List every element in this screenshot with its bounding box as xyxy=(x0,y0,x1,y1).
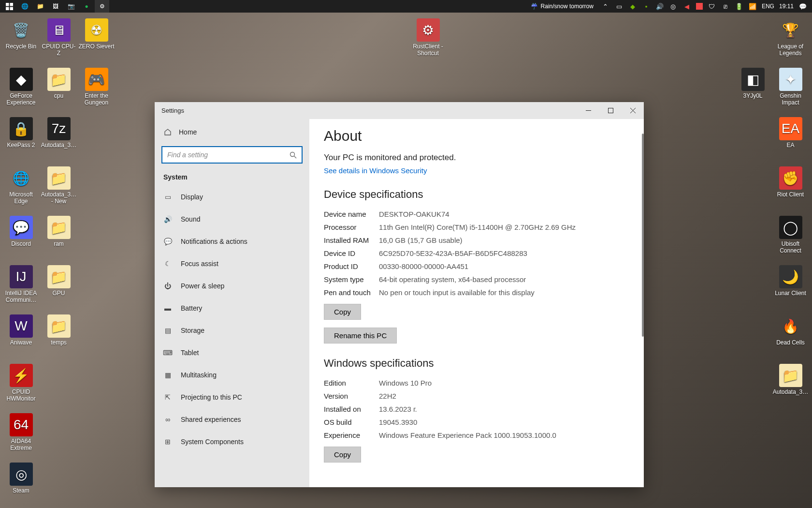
app-icon: 🔥 xyxy=(779,314,802,338)
nav-icon: ▭ xyxy=(163,193,172,201)
desktop-icon[interactable]: IJIntelliJ IDEA Communi… xyxy=(3,265,39,304)
nav-item-shared-experiences[interactable]: ∞Shared experiences xyxy=(155,408,309,431)
tray-icon[interactable]: ▭ xyxy=(615,2,624,11)
tray-clock[interactable]: 19:11 xyxy=(779,3,794,10)
rename-pc-button[interactable]: Rename this PC xyxy=(324,328,397,344)
desktop-icon-label: Recycle Bin xyxy=(3,44,39,50)
desktop-icon[interactable]: ✦Genshin Impact xyxy=(772,68,809,106)
desktop-icon[interactable]: 64AIDA64 Extreme xyxy=(3,413,39,452)
taskbar-app-icon[interactable]: 📷 xyxy=(64,0,78,13)
nav-label: Projecting to this PC xyxy=(181,393,242,401)
desktop-icon[interactable]: 🌐Microsoft Edge xyxy=(3,166,39,205)
nav-item-tablet[interactable]: ⌨Tablet xyxy=(155,342,309,364)
nav-item-battery[interactable]: ▬Battery xyxy=(155,297,309,319)
taskbar-edge-icon[interactable]: 🌐 xyxy=(17,0,32,13)
nav-item-sound[interactable]: 🔊Sound xyxy=(155,208,309,230)
spec-value: 22H2 xyxy=(379,392,629,400)
desktop-icon-label: Genshin Impact xyxy=(772,93,809,106)
desktop[interactable]: 🗑️Recycle Bin🖥CPUID CPU-Z☢ZERO Sievert◆G… xyxy=(0,13,812,508)
chevron-up-icon[interactable]: ⌃ xyxy=(601,2,610,11)
desktop-icon[interactable]: 🔒KeePass 2 xyxy=(3,117,39,149)
desktop-icon[interactable]: 🗑️Recycle Bin xyxy=(3,18,39,50)
spec-key: Processor xyxy=(324,223,379,231)
tray-icon[interactable]: ⎚ xyxy=(721,2,730,11)
security-link[interactable]: See details in Windows Security xyxy=(324,166,427,175)
search-box[interactable] xyxy=(161,146,303,164)
desktop-icon[interactable]: 📁ram xyxy=(41,216,77,248)
svg-point-8 xyxy=(290,152,295,156)
spec-key: Pen and touch xyxy=(324,288,379,297)
scrollbar[interactable] xyxy=(642,134,644,337)
desktop-icon-label: League of Legends xyxy=(772,44,809,57)
nav-item-system-components[interactable]: ⊞System Components xyxy=(155,431,309,453)
desktop-icon[interactable]: ✊Riot Client xyxy=(772,166,809,198)
nav-icon: ⌨ xyxy=(163,348,172,357)
desktop-icon[interactable]: ◯Ubisoft Connect xyxy=(772,216,809,254)
tray-steam-icon[interactable]: ◎ xyxy=(669,2,678,11)
app-icon: 7z xyxy=(47,117,71,140)
desktop-icon[interactable]: EAEA xyxy=(772,117,809,149)
desktop-icon[interactable]: 📁cpu xyxy=(41,68,77,100)
desktop-icon[interactable]: ☢ZERO Sievert xyxy=(78,18,115,50)
settings-sidebar: Home System ▭Display🔊Sound💬Notifications… xyxy=(155,119,309,487)
taskbar-explorer-icon[interactable]: 📁 xyxy=(33,0,47,13)
nav-item-focus-assist[interactable]: ☾Focus assist xyxy=(155,253,309,275)
window-title: Settings xyxy=(161,107,184,114)
nav-item-power-sleep[interactable]: ⏻Power & sleep xyxy=(155,275,309,297)
tray-security-icon[interactable]: 🛡 xyxy=(708,2,716,11)
desktop-icon-label: Discord xyxy=(3,241,39,248)
svg-rect-5 xyxy=(608,108,613,113)
nav-item-multitasking[interactable]: ▦Multitasking xyxy=(155,364,309,386)
desktop-icon[interactable]: WAniwave xyxy=(3,314,39,346)
desktop-icon[interactable]: ◧3YJy0L xyxy=(735,68,771,100)
tray-notifications-icon[interactable]: 💬 xyxy=(798,2,807,11)
tray-icon[interactable] xyxy=(696,3,703,10)
desktop-icon[interactable]: 🔥Dead Cells xyxy=(772,314,809,346)
desktop-icon[interactable]: ◎Steam xyxy=(3,463,39,494)
nav-item-projecting-to-this-pc[interactable]: ⇱Projecting to this PC xyxy=(155,386,309,408)
tray-volume-icon[interactable]: 🔊 xyxy=(655,2,664,11)
desktop-icon[interactable]: ⚙ RustClient - Shortcut xyxy=(410,18,446,57)
nav-item-display[interactable]: ▭Display xyxy=(155,186,309,208)
desktop-icon[interactable]: 📁GPU xyxy=(41,265,77,297)
desktop-icon-label: Riot Client xyxy=(772,192,809,198)
spec-value: 64-bit operating system, x64-based proce… xyxy=(379,275,629,284)
start-button[interactable] xyxy=(2,0,16,13)
desktop-icon[interactable]: 7zAutodata_3… xyxy=(41,117,77,149)
desktop-icon[interactable]: 🌙Lunar Client xyxy=(772,265,809,297)
desktop-icon[interactable]: 📁Autodata_3… xyxy=(772,364,809,396)
desktop-icon[interactable]: 📁Autodata_3… - New xyxy=(41,166,77,205)
tray-nvidia-icon[interactable]: ◆ xyxy=(628,2,637,11)
taskbar-app-icon[interactable]: 🖼 xyxy=(48,0,63,13)
app-icon: ⚡ xyxy=(10,364,33,387)
taskbar: 🌐 📁 🖼 📷 ● ⚙ ☔ Rain/snow tomorrow ⌃ ▭ ◆ ▪… xyxy=(0,0,812,13)
copy-button[interactable]: Copy xyxy=(324,304,361,320)
tray-battery-icon[interactable]: 🔋 xyxy=(735,2,743,11)
search-input[interactable] xyxy=(167,151,290,159)
desktop-icon[interactable]: 🖥CPUID CPU-Z xyxy=(41,18,77,57)
home-nav[interactable]: Home xyxy=(155,122,309,142)
app-icon: ⚙ xyxy=(417,18,440,42)
tray-wifi-icon[interactable]: 📶 xyxy=(748,2,757,11)
close-button[interactable] xyxy=(622,102,644,119)
weather-widget[interactable]: ☔ Rain/snow tomorrow xyxy=(531,3,594,10)
tray-icon[interactable]: ◀ xyxy=(682,2,691,11)
desktop-icon[interactable]: 📁temps xyxy=(41,314,77,346)
nav-item-notifications-actions[interactable]: 💬Notifications & actions xyxy=(155,230,309,253)
desktop-icon[interactable]: 🎮Enter the Gungeon xyxy=(78,68,115,106)
copy-button[interactable]: Copy xyxy=(324,447,361,463)
tray-language[interactable]: ENG xyxy=(762,3,774,10)
desktop-icon[interactable]: 🏆League of Legends xyxy=(772,18,809,57)
desktop-icon[interactable]: ⚡CPUID HWMonitor xyxy=(3,364,39,403)
maximize-button[interactable] xyxy=(599,102,622,119)
tray-nvidia-icon[interactable]: ▪ xyxy=(642,2,651,11)
desktop-icon-label: Autodata_3… xyxy=(772,389,809,396)
minimize-button[interactable] xyxy=(577,102,599,119)
desktop-icon[interactable]: 💬Discord xyxy=(3,216,39,248)
nav-icon: ▬ xyxy=(163,304,172,313)
nav-item-storage[interactable]: ▤Storage xyxy=(155,319,309,342)
taskbar-settings-icon[interactable]: ⚙ xyxy=(95,0,109,13)
taskbar-spotify-icon[interactable]: ● xyxy=(79,0,94,13)
desktop-icon[interactable]: ◆GeForce Experience xyxy=(3,68,39,106)
window-titlebar[interactable]: Settings xyxy=(155,102,644,119)
